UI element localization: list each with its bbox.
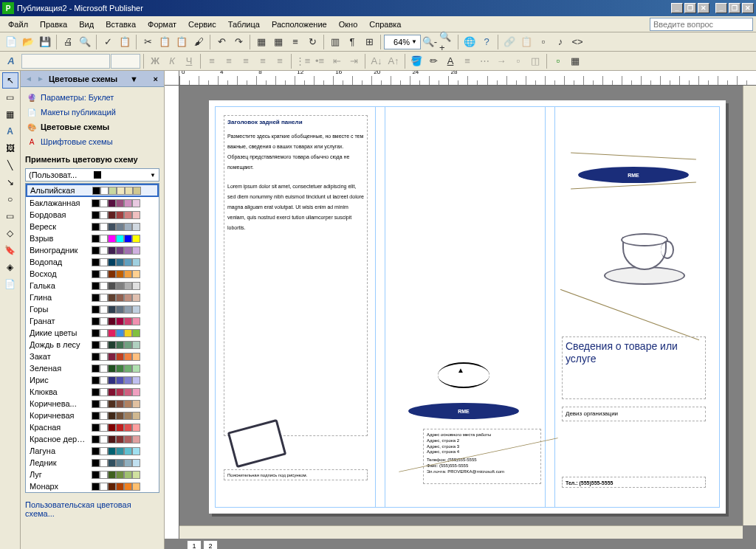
link-color-schemes[interactable]: 🎨Цветовые схемы <box>25 120 159 134</box>
scheme-item[interactable]: Глина <box>26 291 159 303</box>
tel-textbox[interactable]: Тел.: (555)555-5555 <box>562 477 706 488</box>
motto-textbox[interactable]: Девиз организации <box>562 407 706 421</box>
page-tab-1[interactable]: 1 <box>187 540 202 549</box>
spell-check-button[interactable]: ✓ <box>100 34 116 50</box>
scheme-item[interactable]: Красное дерево <box>26 433 159 445</box>
numbering-button[interactable]: ⋮≡ <box>295 53 311 69</box>
new-button[interactable]: 📄 <box>3 34 19 50</box>
doc-minimize-button[interactable]: _ <box>715 3 727 13</box>
vertical-ruler[interactable] <box>165 86 179 539</box>
task-pane-close-button[interactable]: × <box>151 75 161 83</box>
dash-style-button[interactable]: ⋯ <box>476 53 492 69</box>
link-publication-options[interactable]: 🔮Параметры: Буклет <box>25 90 159 105</box>
copy-button[interactable]: 📋 <box>157 34 173 50</box>
task-pane-dropdown[interactable]: ▼ <box>127 75 141 83</box>
scheme-item[interactable]: Баклажанная <box>26 197 159 209</box>
scheme-item[interactable]: Горы <box>26 303 159 315</box>
color-scheme-list[interactable]: АльпийскаяБаклажаннаяБордоваяВерескВзрыв… <box>25 183 159 493</box>
help-question-input[interactable] <box>650 18 753 31</box>
save-button[interactable]: 💾 <box>37 34 53 50</box>
menu-edit[interactable]: Правка <box>35 18 72 30</box>
shadow-button[interactable]: ▫ <box>510 53 526 69</box>
bold-button[interactable]: Ж <box>147 53 163 69</box>
scheme-item[interactable]: Альпийская <box>26 184 159 197</box>
styles-button[interactable]: A <box>3 53 19 69</box>
restore-button[interactable]: ❐ <box>684 3 696 13</box>
scheme-item[interactable]: Морская <box>26 492 159 493</box>
org-name-oval-front[interactable]: RME <box>578 167 689 183</box>
send-backward-button[interactable]: ▦ <box>270 34 286 50</box>
redo-button[interactable]: ↷ <box>230 34 247 50</box>
task-pane-back-button[interactable]: ◄ <box>24 74 34 84</box>
decrease-indent-button[interactable]: ⇤ <box>329 53 345 69</box>
code-button[interactable]: <> <box>569 34 585 50</box>
org-name-oval-middle[interactable]: RME <box>408 403 519 419</box>
insert-table-button[interactable]: ▦ <box>567 53 583 69</box>
justify-button[interactable]: ≡ <box>255 53 271 69</box>
minimize-button[interactable]: _ <box>671 3 683 13</box>
align-center-button[interactable]: ≡ <box>221 53 237 69</box>
help-button[interactable]: ? <box>478 34 495 50</box>
table-tool[interactable]: ▦ <box>2 106 18 122</box>
hotspot-button[interactable]: ▫ <box>535 34 551 50</box>
fontsize-combo[interactable] <box>111 54 140 69</box>
bgsound-button[interactable]: ♪ <box>552 34 568 50</box>
open-button[interactable]: 📂 <box>20 34 36 50</box>
menu-view[interactable]: Вид <box>74 18 99 30</box>
picture-frame-tool[interactable]: 🖼 <box>2 140 18 156</box>
scheme-item[interactable]: Водопад <box>26 256 159 268</box>
bring-forward-button[interactable]: ▦ <box>253 34 269 50</box>
align-button[interactable]: ≡ <box>287 34 303 50</box>
doc-restore-button[interactable]: ❐ <box>729 3 740 13</box>
scheme-item[interactable]: Красная <box>26 421 159 433</box>
scheme-item[interactable]: Зеленая <box>26 362 159 374</box>
scheme-item[interactable]: Виноградник <box>26 244 159 256</box>
scheme-item[interactable]: Дождь в лесу <box>26 339 159 351</box>
pointer-tool[interactable]: ↖ <box>2 72 18 89</box>
scheme-item[interactable]: Гранат <box>26 315 159 327</box>
font-combo[interactable] <box>21 54 110 69</box>
boundaries-button[interactable]: ⊞ <box>361 34 377 50</box>
web-preview-button[interactable]: 🌐 <box>461 34 478 50</box>
menu-tools[interactable]: Сервис <box>183 18 221 30</box>
scheme-item[interactable]: Монарх <box>26 480 159 492</box>
rectangle-tool[interactable]: ▭ <box>2 208 18 224</box>
menu-help[interactable]: Справка <box>364 18 406 30</box>
scheme-item[interactable]: Клюква <box>26 386 159 398</box>
horizontal-scrollbar[interactable] <box>179 525 743 539</box>
custom-scheme-link[interactable]: Пользовательская цветовая схема... <box>21 496 164 522</box>
menu-arrange[interactable]: Расположение <box>267 18 332 30</box>
scheme-item[interactable]: Закат <box>26 351 159 362</box>
link-publication-layouts[interactable]: 📄Макеты публикаций <box>25 105 159 120</box>
menu-insert[interactable]: Вставка <box>100 18 141 30</box>
bookmark-tool[interactable]: 🔖 <box>2 242 18 258</box>
print-button[interactable]: 🖨 <box>60 34 76 50</box>
scheme-item[interactable]: Дикие цветы <box>26 327 159 339</box>
italic-button[interactable]: К <box>164 53 180 69</box>
caption-textbox[interactable]: Пояснительная подпись под рисунком. <box>224 469 368 480</box>
task-pane-forward-button[interactable]: ► <box>35 74 46 84</box>
link-font-schemes[interactable]: AШрифтовые схемы <box>25 134 159 149</box>
bullets-button[interactable]: •≡ <box>312 53 328 69</box>
scheme-item[interactable]: Восход <box>26 268 159 280</box>
wordart-tool[interactable]: A <box>2 123 18 139</box>
zoom-out-button[interactable]: 🔍- <box>422 34 438 50</box>
menu-window[interactable]: Окно <box>334 18 363 30</box>
close-button[interactable]: ✕ <box>698 3 709 13</box>
align-right-button[interactable]: ≡ <box>238 53 254 69</box>
paste-button[interactable]: 📋 <box>173 34 190 50</box>
menu-table[interactable]: Таблица <box>223 18 265 30</box>
distribute-button[interactable]: ≡ <box>272 53 288 69</box>
hyperlink-button[interactable]: 🔗 <box>501 34 518 50</box>
oval-tool[interactable]: ○ <box>2 191 18 207</box>
textbox-tool[interactable]: ▭ <box>2 89 18 106</box>
fill-color-button[interactable]: 🪣 <box>408 53 425 69</box>
scheme-item[interactable]: Взрыв <box>26 232 159 244</box>
zoom-combo[interactable]: 64%▼ <box>384 35 421 49</box>
doc-close-button[interactable]: ✕ <box>742 3 754 13</box>
columns-button[interactable]: ▥ <box>327 34 343 50</box>
format-painter-button[interactable]: 🖌 <box>190 34 207 50</box>
text-direction-button[interactable]: ▫ <box>550 53 566 69</box>
design-gallery-tool[interactable]: ◈ <box>2 259 18 275</box>
menu-file[interactable]: Файл <box>3 18 33 30</box>
